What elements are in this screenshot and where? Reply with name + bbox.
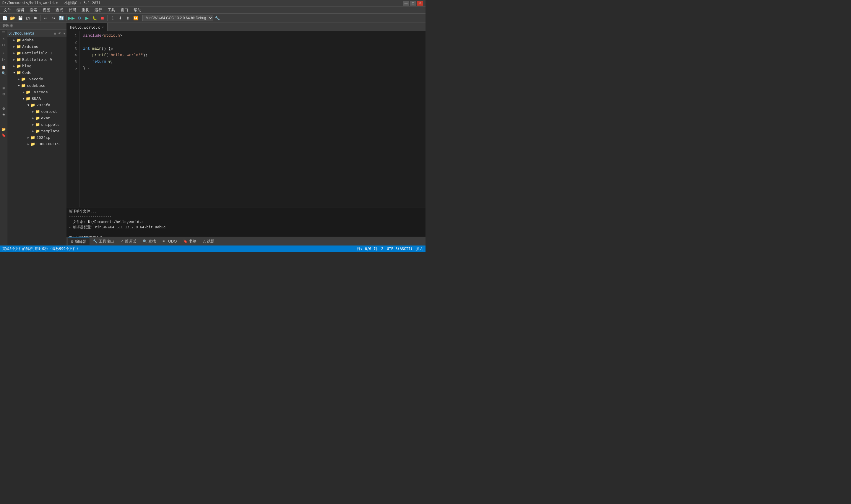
open-file-button[interactable]: 📂 — [9, 15, 16, 22]
tree-item-2023fa[interactable]: ▼ 📁 2023fa — [7, 102, 67, 108]
folder-icon-snippets: 📁 — [35, 122, 40, 127]
close-file-button[interactable]: ✖ — [32, 15, 39, 22]
tree-item-codeforces[interactable]: ▶ 📁 CODEFORCES — [7, 141, 67, 147]
file-tree-root[interactable]: D:/Documents ⊞ 👁 ▼ — [7, 30, 67, 37]
menu-item-文件[interactable]: 文件 — [1, 7, 14, 13]
minimize-button[interactable]: — — [403, 1, 409, 6]
debug-button[interactable]: 🐛 — [91, 15, 98, 22]
run-button[interactable]: ▶ — [83, 15, 90, 22]
todo-tab-icon: ≡ — [163, 239, 165, 244]
continue-button[interactable]: ⏩ — [132, 15, 139, 22]
editor-area: hello,world.c ✕ 1 2 3 4 5 6 #include<std… — [67, 22, 426, 246]
sidebar-icon-1[interactable]: ☰ — [1, 30, 6, 36]
bottom-tab-tools[interactable]: 🔧 工具输出 — [90, 237, 117, 245]
tree-item-contest[interactable]: ▶ 📁 contest — [7, 108, 67, 115]
bottom-tab-todo[interactable]: ≡ TODO — [160, 237, 180, 245]
compiler-tab-icon: ⚙ — [71, 239, 74, 244]
sidebar-icon-3[interactable]: □ — [1, 42, 6, 48]
bottom-tab-compiler[interactable]: ⚙ 编译器 — [68, 237, 90, 245]
undo-button[interactable]: ↩ — [42, 15, 49, 22]
menu-item-查找[interactable]: 查找 — [53, 7, 66, 13]
menu-item-搜索[interactable]: 搜索 — [27, 7, 40, 13]
maximize-button[interactable]: □ — [410, 1, 416, 6]
folder-icon-codeforces: 📁 — [31, 142, 35, 146]
sidebar-icon-6[interactable]: 📋 — [1, 65, 6, 70]
menu-item-工具[interactable]: 工具 — [105, 7, 117, 13]
close-button[interactable]: ✕ — [417, 1, 423, 6]
tree-item-vscode1[interactable]: ▶ 📁 .vscode — [7, 76, 67, 82]
bottom-tab-find[interactable]: 🔍 查找 — [140, 237, 159, 245]
sidebar-icon-2[interactable]: × — [1, 36, 6, 42]
redo-button[interactable]: ↪ — [50, 15, 57, 22]
refresh-button[interactable]: 🔄 — [58, 15, 65, 22]
folder-icon-vscode1: 📁 — [21, 77, 26, 81]
panel-header-label: 管理器 — [2, 23, 13, 29]
tree-item-adobe[interactable]: ▶ 📁 Adobe — [7, 37, 67, 43]
tree-item-buaa[interactable]: ▼ 📁 BUAA — [7, 95, 67, 102]
bottom-tab-problem[interactable]: △ 试题 — [200, 237, 217, 245]
status-row-col: 行: 6/6 列: 2 — [357, 246, 383, 251]
output-line-4: - 编译器配置: MinGW-w64 GCC 13.2.0 64-bit Deb… — [69, 224, 423, 230]
compile-button[interactable]: ⚙ — [76, 15, 83, 22]
code-editor[interactable]: 1 2 3 4 5 6 #include<stdio.h> int main()… — [67, 31, 426, 207]
tree-item-arduino[interactable]: ▶ 📁 Arduino — [7, 43, 67, 50]
menu-bar: 文件编辑搜索视图查找代码重构运行工具窗口帮助 — [0, 6, 426, 14]
step-into-button[interactable]: ⬇ — [117, 15, 124, 22]
tree-item-snippets[interactable]: ▶ 📁 snippets — [7, 121, 67, 128]
root-controls: ⊞ 👁 ▼ — [54, 32, 66, 35]
menu-item-代码[interactable]: 代码 — [66, 7, 78, 13]
sidebar-icon-13[interactable]: 🔖 — [1, 132, 6, 138]
config-button[interactable]: 🔧 — [214, 15, 221, 22]
sidebar-icon-8[interactable]: ⊞ — [1, 85, 6, 91]
sidebar-icon-12[interactable]: 📂 — [1, 126, 6, 132]
tree-item-vscode2[interactable]: ▶ 📁 .vscode — [7, 89, 67, 95]
tree-item-code[interactable]: ▼ 📁 Code — [7, 69, 67, 76]
tree-item-battlefieldv[interactable]: ▶ 📁 Battlefield V — [7, 56, 67, 62]
sidebar-icon-5[interactable]: ▷ — [1, 56, 6, 62]
output-panel: 编译单个文件... -------------------- - 文件名: D:… — [67, 207, 426, 246]
menu-item-窗口[interactable]: 窗口 — [118, 7, 131, 13]
folder-icon-adobe: 📁 — [16, 38, 21, 42]
bottom-tab-bookmark[interactable]: 🔖 书签 — [180, 237, 199, 245]
sidebar-icon-7[interactable]: 🔍 — [1, 70, 6, 76]
code-content[interactable]: #include<stdio.h> int main() {⊟ printf("… — [79, 31, 426, 207]
tree-item-battlefield1[interactable]: ▶ 📁 Battlefield 1 — [7, 50, 67, 56]
step-over-button[interactable]: ⤵ — [109, 15, 116, 22]
menu-item-运行[interactable]: 运行 — [92, 7, 105, 13]
tab-filename: hello,world.c — [70, 25, 100, 30]
sidebar-icon-10[interactable]: ⚙ — [1, 106, 6, 112]
compile-run-button[interactable]: ▶▶ — [68, 15, 75, 22]
folder-icon-blog: 📁 — [16, 64, 21, 68]
tree-item-2024sp[interactable]: ▶ 📁 2024sp — [7, 134, 67, 141]
status-bar: 完成3个文件的解析,用时0秒 (每秒999个文件) 行: 6/6 列: 2 UT… — [0, 246, 426, 252]
compiler-config-dropdown[interactable]: MinGW-w64 GCC 13.2.0 64-bit Debug — [142, 15, 213, 21]
tree-item-blog[interactable]: ▶ 📁 blog — [7, 62, 67, 69]
tab-close-button[interactable]: ✕ — [102, 25, 104, 29]
sidebar-icon-11[interactable]: ★ — [1, 112, 6, 118]
folder-icon-arduino: 📁 — [16, 44, 21, 49]
editor-tab-hello[interactable]: hello,world.c ✕ — [67, 23, 108, 31]
problem-tab-label: 试题 — [207, 239, 215, 244]
menu-item-编辑[interactable]: 编辑 — [14, 7, 26, 13]
toolbar: 📄 📂 💾 🗂 ✖ ↩ ↪ 🔄 ▶▶ ⚙ ▶ 🐛 ⏹ ⤵ ⬇ ⬆ ⏩ MinGW… — [0, 14, 426, 22]
file-tree: D:/Documents ⊞ 👁 ▼ ▶ 📁 Adobe ▶ 📁 — [7, 30, 67, 246]
tree-item-exam[interactable]: ▶ 📁 exam — [7, 115, 67, 121]
folder-icon-2024sp: 📁 — [31, 135, 35, 140]
save-all-button[interactable]: 🗂 — [24, 15, 31, 22]
step-out-button[interactable]: ⬆ — [124, 15, 131, 22]
tree-item-template[interactable]: ▶ 📁 template — [7, 128, 67, 134]
sidebar-icon-9[interactable]: ⊟ — [1, 91, 6, 97]
bookmark-tab-label: 书签 — [189, 239, 197, 244]
debug-tab-icon: ✓ — [121, 239, 124, 244]
bottom-tab-debug[interactable]: ✓ 近调试 — [117, 237, 139, 245]
new-file-button[interactable]: 📄 — [1, 15, 8, 22]
save-button[interactable]: 💾 — [17, 15, 24, 22]
stop-button[interactable]: ⏹ — [99, 15, 106, 22]
menu-item-视图[interactable]: 视图 — [40, 7, 53, 13]
root-path: D:/Documents — [8, 31, 34, 35]
output-line-2: -------------------- — [69, 214, 423, 219]
tree-item-codebase[interactable]: ▼ 📁 codebase — [7, 82, 67, 89]
menu-item-重构[interactable]: 重构 — [79, 7, 92, 13]
sidebar-icon-4[interactable]: ≡ — [1, 50, 6, 56]
menu-item-帮助[interactable]: 帮助 — [131, 7, 144, 13]
